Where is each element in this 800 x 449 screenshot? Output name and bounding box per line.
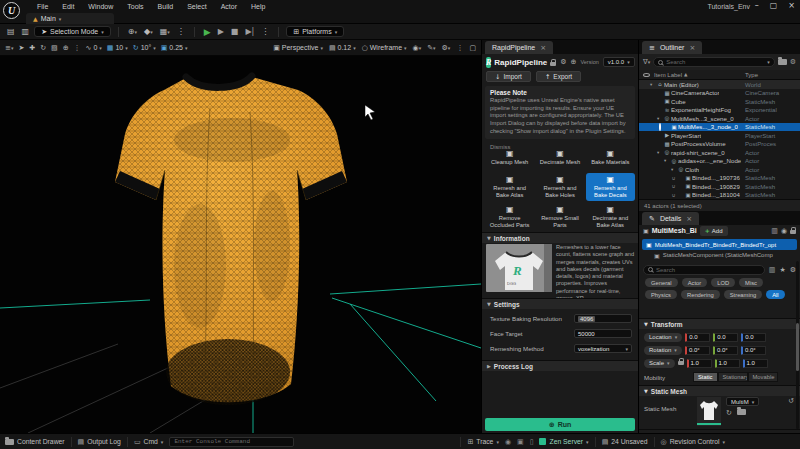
rotate-tool-icon[interactable]: ↻ [40, 44, 46, 52]
menu-select[interactable]: Select [180, 3, 213, 10]
remesh-bake-decals-button[interactable]: ▣ Remesh and Bake Decals [586, 173, 635, 202]
scale-tool-icon[interactable]: ▧ [51, 44, 58, 52]
cleanup-mesh-button[interactable]: ▣ Cleanup Mesh [485, 143, 534, 172]
menu-help[interactable]: Help [244, 3, 272, 10]
decimate-bake-atlas-button[interactable]: ▣ Decimate and Bake Atlas [586, 202, 635, 231]
output-log-button[interactable]: ▤ Output Log [78, 438, 121, 446]
favorites-star-icon[interactable]: ★ [779, 266, 785, 274]
scrollbar-thumb[interactable] [796, 323, 799, 371]
process-log-section-header[interactable]: ▶ Process Log [482, 360, 638, 371]
chip-streaming[interactable]: Streaming [724, 290, 762, 299]
chip-misc[interactable]: Misc [739, 278, 763, 287]
location-y-input[interactable]: 0.0 [713, 333, 738, 342]
close-tab-icon[interactable]: × [540, 44, 546, 52]
more-options-icon[interactable]: ⋮ [175, 27, 187, 37]
texture-baking-resolution-input[interactable]: 4096 [574, 314, 632, 323]
static-mesh-thumbnail[interactable] [697, 397, 721, 426]
scale-snap-control[interactable]: ▣ 0.25▾ [161, 44, 188, 52]
chip-actor[interactable]: Actor [682, 278, 708, 287]
tab-outliner[interactable]: ≡ Outliner × [642, 41, 702, 54]
zen-server-dropdown[interactable]: Zen Server▾ [539, 438, 588, 445]
remesh-bake-holes-button[interactable]: ▣ Remesh and Bake Holes [535, 173, 584, 202]
rotation-y-input[interactable]: 0.0° [713, 346, 738, 355]
close-tab-icon[interactable]: × [686, 215, 692, 223]
remove-occluded-parts-button[interactable]: ▣ Remove Occluded Parts [485, 202, 534, 231]
location-z-input[interactable]: 0.0 [741, 333, 766, 342]
cmd-dropdown[interactable]: ▭ Cmd▾ [134, 438, 164, 446]
outliner-row-cloth[interactable]: ▾◎ ClothActor [639, 165, 800, 174]
edit-icon[interactable]: ✎▾ [427, 44, 435, 52]
mobility-static-button[interactable]: Static [693, 372, 718, 382]
unsaved-button[interactable]: ▤ 24 Unsaved [602, 438, 648, 446]
save-icon[interactable]: ▤ [5, 27, 17, 37]
outliner-row-binded-3[interactable]: ∪▣ Binded..._181004StaticMesh [639, 191, 800, 200]
outliner-row-heightfog[interactable]: ≋ ExponentialHeightFogExponential [639, 106, 800, 115]
visibility-eye-icon[interactable] [659, 123, 661, 131]
component-row-child[interactable]: ▣ StaticMeshComponent (StaticMeshComp [642, 250, 797, 260]
remove-small-parts-button[interactable]: ▣ Remove Small Parts [535, 202, 584, 231]
outliner-row-playerstart[interactable]: ▶ PlayerStartPlayerStart [639, 131, 800, 140]
visibility-column-icon[interactable] [643, 73, 650, 77]
details-lock-icon[interactable] [790, 230, 796, 234]
browse-asset-icon[interactable] [737, 409, 746, 415]
add-actor-icon[interactable]: ⊕▾ [126, 27, 139, 37]
static-mesh-asset-dropdown[interactable]: MultiM▾ [726, 397, 759, 406]
scale-y-input[interactable]: 1.0 [715, 359, 740, 368]
rotation-dropdown[interactable]: Rotation▾ [644, 346, 682, 355]
close-button[interactable]: × [788, 0, 795, 12]
world-space-icon[interactable]: ⊕ [63, 44, 69, 52]
remeshing-method-dropdown[interactable]: voxelization▾ [574, 344, 632, 353]
view-mode-dropdown[interactable]: ○ Wireframe▾ [362, 44, 407, 52]
outliner-row-cinecamera[interactable]: ▦ CineCameraActorCineCamera [639, 89, 800, 98]
stop-button[interactable]: ■ [229, 27, 241, 37]
unreal-engine-logo-icon[interactable]: U [3, 2, 20, 19]
outliner-row-main[interactable]: ▾⌂ Main (Editor)World [639, 80, 800, 89]
skip-button[interactable]: ▶| [243, 27, 256, 37]
trace-dropdown[interactable]: ⊞ Trace▾ [467, 438, 499, 446]
scale-lock-icon[interactable] [678, 361, 684, 365]
platforms-dropdown[interactable]: ⊞ Platforms▾ [286, 26, 344, 37]
outliner-row-cube[interactable]: ▣ CubeStaticMesh [639, 97, 800, 106]
menu-tools[interactable]: Tools [120, 3, 150, 10]
console-command-field[interactable] [169, 437, 294, 447]
close-tab-icon[interactable]: × [689, 44, 695, 52]
rotation-x-input[interactable]: 0.0° [685, 346, 710, 355]
outliner-row-multimesh-node-selected[interactable]: ▣ MultiMes..._3_node_0StaticMesh [639, 123, 800, 132]
run-button[interactable]: ⊕ Run [485, 418, 635, 431]
chip-all[interactable]: All [766, 290, 784, 299]
settings-gear-icon[interactable]: ⚙ [560, 58, 566, 66]
outliner-row-rapid-shirt[interactable]: ▾◎ rapid-shirt_scene_0Actor [639, 148, 800, 157]
world-override-icon[interactable]: ◉ [781, 227, 787, 235]
chip-rendering[interactable]: Rendering [681, 290, 720, 299]
type-column[interactable]: Type [745, 72, 758, 78]
outliner-settings-icon[interactable]: ⚙ [790, 58, 796, 66]
play-frame-button[interactable]: ▶ [216, 27, 226, 37]
location-dropdown[interactable]: Location▾ [644, 333, 682, 342]
tab-main-level[interactable]: ▲ Main ▾ [26, 13, 114, 24]
camera-speed-control[interactable]: ▤ 0.12▾ [329, 44, 356, 52]
status-indicator-icon[interactable]: ◉ [505, 438, 511, 446]
menu-file[interactable]: File [30, 3, 55, 10]
maximize-viewport-icon[interactable]: ▢ [469, 44, 476, 52]
mobility-stationary-button[interactable]: Stationary [718, 372, 748, 382]
export-button[interactable]: ↑Export [536, 71, 581, 82]
rotation-snap-control[interactable]: ↻ 10°▾ [133, 44, 156, 52]
perspective-dropdown[interactable]: ▣ Perspective▾ [273, 44, 323, 52]
import-button[interactable]: ↓Import [486, 71, 531, 82]
component-row-selected[interactable]: ▣ MultiMesh_BindedTr_BindedTr_BindedTr_o… [642, 239, 797, 250]
tab-rapidpipeline[interactable]: RapidPipeline × [485, 41, 553, 54]
remesh-bake-atlas-button[interactable]: ▣ Remesh and Bake Atlas [485, 173, 534, 202]
version-dropdown[interactable]: v1.0.0▾ [603, 57, 635, 67]
globe-icon[interactable]: ⊕ [571, 58, 577, 66]
console-command-input[interactable] [174, 438, 289, 445]
filter-funnel-icon[interactable]: ∇▾ [643, 58, 650, 66]
selection-mode-dropdown[interactable]: ➤ Selection Mode▾ [34, 26, 111, 37]
outliner-row-postprocess[interactable]: ▩ PostProcessVolumePostProces [639, 140, 800, 149]
outliner-row-binded-2[interactable]: ∪▣ Binded..._190829StaticMesh [639, 182, 800, 191]
scale-x-input[interactable]: 1.0 [687, 359, 712, 368]
lock-icon[interactable] [550, 62, 556, 66]
outliner-search-input[interactable] [666, 59, 764, 65]
scale-dropdown[interactable]: Scale▾ [644, 359, 675, 368]
display-filter-icon[interactable]: ▥ [769, 266, 776, 274]
grid-snap-control[interactable]: ▦ 10▾ [107, 44, 128, 52]
